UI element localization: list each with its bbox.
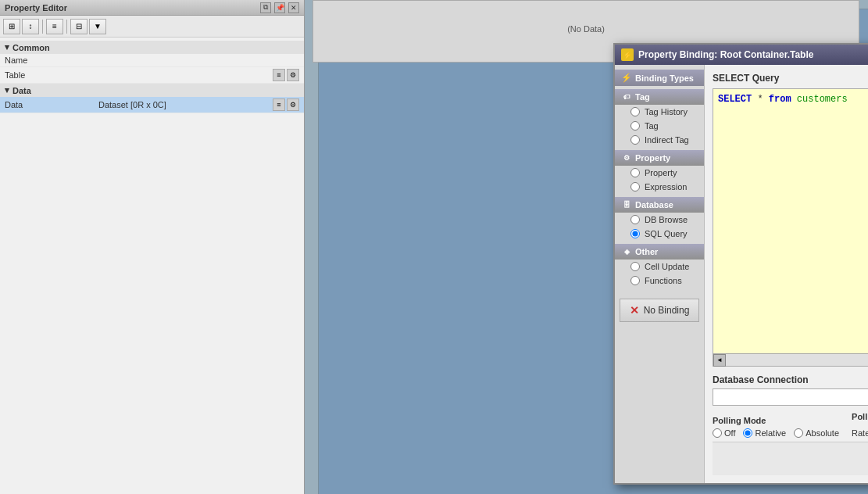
indirect-tag-label: Indirect Tag [645, 135, 689, 145]
other-group: ◈ Other Cell Update Functions [615, 244, 704, 288]
property-editor-titlebar: Property Editor ⧉ 📌 ✕ [0, 0, 304, 16]
tag-option[interactable]: Tag [615, 119, 704, 133]
toolbar-sep-2 [66, 20, 67, 34]
sql-query-option[interactable]: SQL Query [615, 227, 704, 241]
tag-group-label: Tag [635, 92, 650, 102]
pin-btn[interactable]: 📌 [274, 2, 285, 13]
polling-absolute-option[interactable]: Absolute [794, 428, 839, 438]
database-group-icon: 🗄 [621, 199, 632, 210]
binding-content: SELECT Query SELECT * from customers [705, 65, 868, 483]
property-group: ⚙ Property Property Expression [615, 150, 704, 194]
polling-off-label: Off [724, 428, 735, 438]
database-group-header[interactable]: 🗄 Database [615, 197, 704, 213]
database-group-label: Database [635, 200, 673, 209]
expression-option[interactable]: Expression [615, 180, 704, 194]
pe-toolbar: ⊞ ↕ ≡ ⊟ ▼ [0, 16, 304, 38]
expression-label: Expression [645, 182, 687, 192]
indirect-tag-option[interactable]: Indirect Tag [615, 133, 704, 147]
data-row-value: Dataset [0R x 0C] [98, 100, 273, 109]
functions-label: Functions [645, 276, 682, 285]
data-row[interactable]: Data Dataset [0R x 0C] ≡ ⚙ [0, 97, 304, 113]
polling-off-option[interactable]: Off [713, 428, 735, 438]
data-icon-2[interactable]: ⚙ [287, 98, 299, 111]
tag-label: Tag [645, 121, 659, 131]
restore-btn[interactable]: ⧉ [260, 2, 271, 13]
common-section-header: ▾ Common [0, 41, 304, 54]
polling-off-radio[interactable] [713, 428, 722, 438]
db-browse-label: DB Browse [645, 215, 688, 224]
property-label: Property [645, 168, 677, 177]
name-label: Name [5, 55, 98, 65]
polling-rate-group: Polling Rate Rate = (Base Rate) +/- ▲ ▼ … [852, 412, 868, 442]
polling-rate-row: Rate = (Base Rate) +/- ▲ ▼ sec [852, 424, 868, 442]
db-connection-section: Database Connection [713, 374, 868, 412]
tag-history-radio[interactable] [630, 107, 640, 116]
query-editor-container: SELECT * from customers [713, 88, 868, 354]
tag-history-option[interactable]: Tag History [615, 105, 704, 119]
data-row-label: Data [5, 100, 98, 109]
polling-options: Off Relative Absolute [713, 428, 839, 438]
db-connection-label: Database Connection [713, 374, 868, 385]
toolbar-btn-1[interactable]: ⊞ [3, 19, 20, 34]
binding-types-icon: ⚡ [621, 73, 632, 83]
polling-absolute-radio[interactable] [794, 428, 803, 438]
indirect-tag-radio[interactable] [630, 135, 640, 145]
polling-absolute-label: Absolute [805, 428, 839, 438]
data-icon-1[interactable]: ≡ [273, 98, 285, 111]
db-connection-select[interactable] [713, 388, 868, 406]
ruler-left [305, 0, 319, 494]
table-icon-2[interactable]: ⚙ [287, 69, 299, 81]
other-group-label: Other [635, 247, 658, 256]
tag-group: 🏷 Tag Tag History Tag Indirect Tag [615, 89, 704, 147]
other-group-icon: ◈ [621, 246, 632, 257]
no-binding-btn[interactable]: ✕ No Binding [620, 299, 699, 322]
database-group: 🗄 Database DB Browse SQL Query [615, 197, 704, 241]
tag-radio[interactable] [630, 121, 640, 131]
close-btn[interactable]: ✕ [288, 2, 299, 13]
toolbar-btn-2[interactable]: ↕ [22, 19, 39, 34]
data-section-label: Data [13, 86, 31, 95]
common-section-label: Common [13, 43, 50, 52]
db-browse-option[interactable]: DB Browse [615, 213, 704, 227]
toolbar-btn-5[interactable]: ▼ [89, 19, 106, 34]
other-group-header[interactable]: ◈ Other [615, 244, 704, 260]
polling-mode-group: Polling Mode Off Relative [713, 416, 839, 438]
tag-group-icon: 🏷 [621, 91, 632, 102]
polling-rate-label: Polling Rate [852, 412, 868, 421]
common-section-triangle: ▾ [5, 42, 9, 52]
table-row: Table ≡ ⚙ [0, 67, 304, 84]
property-group-header[interactable]: ⚙ Property [615, 150, 704, 166]
functions-option[interactable]: Functions [615, 274, 704, 288]
binding-sidebar: ⚡ Binding Types 🏷 Tag Tag History [615, 65, 705, 483]
no-binding-container: ✕ No Binding [615, 291, 704, 327]
tag-group-header[interactable]: 🏷 Tag [615, 89, 704, 105]
sql-query-radio[interactable] [630, 229, 640, 238]
polling-relative-radio[interactable] [743, 428, 752, 438]
polling-relative-option[interactable]: Relative [743, 428, 786, 438]
property-option[interactable]: Property [615, 166, 704, 180]
polling-mode-label: Polling Mode [713, 416, 839, 425]
cell-update-option[interactable]: Cell Update [615, 260, 704, 274]
property-radio[interactable] [630, 168, 640, 177]
tag-history-label: Tag History [645, 107, 688, 116]
no-data-label: (No Data) [567, 24, 605, 34]
cell-update-label: Cell Update [645, 262, 689, 271]
rate-formula: Rate = (Base Rate) +/- [852, 428, 868, 438]
data-section-triangle: ▾ [5, 85, 9, 95]
table-icon-1[interactable]: ≡ [273, 69, 285, 81]
query-scrollbar-h[interactable]: ◄ ► [713, 354, 868, 367]
select-query-label: SELECT Query [713, 73, 868, 84]
dialog-actions: OK Cancel [713, 442, 868, 475]
cell-update-radio[interactable] [630, 262, 640, 271]
scroll-left-arrow[interactable]: ◄ [713, 354, 726, 367]
name-row: Name [0, 54, 304, 67]
data-row-icons: ≡ ⚙ [273, 98, 299, 111]
property-editor-panel: Property Editor ⧉ 📌 ✕ ⊞ ↕ ≡ ⊟ ▼ ▾ Common… [0, 0, 305, 494]
expression-radio[interactable] [630, 182, 640, 192]
functions-radio[interactable] [630, 276, 640, 285]
toolbar-btn-3[interactable]: ≡ [46, 19, 63, 34]
dialog-title-icon: ⚡ [621, 48, 634, 61]
db-browse-radio[interactable] [630, 215, 640, 224]
toolbar-btn-4[interactable]: ⊟ [70, 19, 88, 34]
query-display[interactable]: SELECT * from customers [713, 89, 868, 353]
